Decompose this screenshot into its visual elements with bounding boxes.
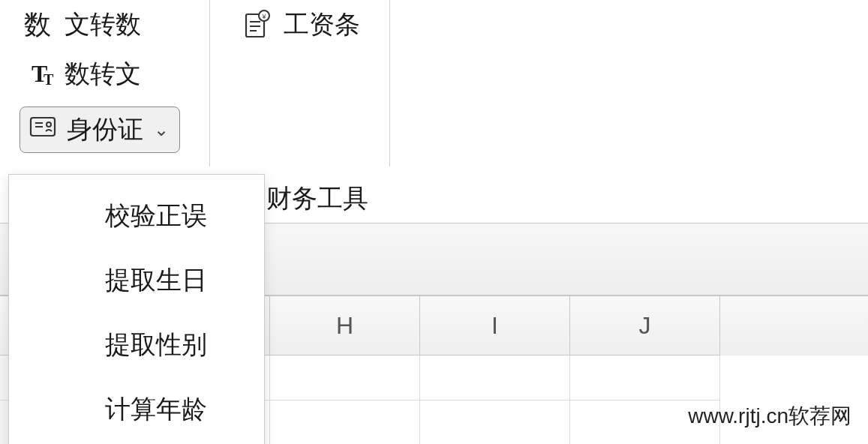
section-label-finance: 财务工具 (266, 182, 368, 216)
cell[interactable] (420, 356, 570, 400)
number-to-text-button[interactable]: T T 数转文 (21, 57, 196, 92)
id-card-dropdown-button[interactable]: 身份证 ⌄ (20, 106, 180, 153)
toolbar-label: 工资条 (284, 8, 360, 42)
menu-item-extract-gender[interactable]: 提取性别 (9, 313, 264, 377)
id-card-icon (28, 112, 58, 148)
svg-text:T: T (44, 71, 54, 88)
svg-text:数: 数 (24, 10, 51, 40)
toolbar-label: 数转文 (65, 57, 141, 92)
id-card-dropdown-menu: 校验正误 提取生日 提取性别 计算年龄 (8, 174, 265, 444)
payslip-icon: ¥ (240, 8, 273, 41)
svg-text:¥: ¥ (261, 13, 266, 20)
number-icon: 数 (21, 8, 54, 41)
text-icon: T T (21, 58, 54, 91)
cell[interactable] (420, 400, 570, 444)
chevron-down-icon: ⌄ (154, 119, 169, 140)
dropdown-label: 身份证 (67, 112, 143, 147)
menu-item-verify[interactable]: 校验正误 (9, 184, 264, 248)
toolbar-label: 文转数 (65, 8, 141, 42)
toolbar-group-convert: 数 文转数 T T 数转文 (0, 0, 210, 166)
toolbar-group-finance: ¥ 工资条 (210, 0, 390, 166)
column-header[interactable]: H (270, 296, 420, 356)
svg-point-6 (47, 122, 51, 127)
text-to-number-button[interactable]: 数 文转数 (21, 8, 196, 42)
watermark: www.rjtj.cn软荐网 (688, 402, 851, 430)
payslip-button[interactable]: ¥ 工资条 (240, 8, 376, 42)
menu-item-calc-age[interactable]: 计算年龄 (9, 377, 264, 442)
cell[interactable] (570, 356, 720, 400)
cell[interactable] (270, 400, 420, 444)
column-header[interactable]: I (420, 296, 570, 356)
column-header[interactable]: J (570, 296, 720, 356)
menu-item-extract-birthday[interactable]: 提取生日 (9, 248, 264, 313)
ribbon-toolbar: 数 文转数 T T 数转文 (0, 0, 868, 166)
cell[interactable] (270, 356, 420, 400)
